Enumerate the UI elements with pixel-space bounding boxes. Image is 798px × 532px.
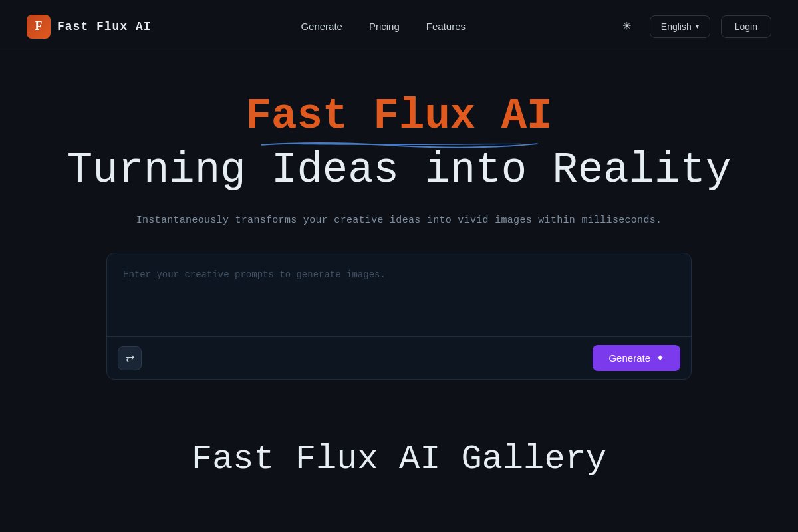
chevron-down-icon: ▾	[696, 23, 699, 30]
hero-title-orange-container: Fast Flux AI	[246, 93, 553, 140]
gallery-section: Fast Flux AI Gallery	[0, 406, 798, 479]
gallery-title: Fast Flux AI Gallery	[0, 440, 798, 479]
nav-links: Generate Pricing Features	[301, 21, 466, 32]
theme-toggle-button[interactable]: ☀	[615, 15, 639, 39]
nav-link-pricing[interactable]: Pricing	[369, 21, 400, 32]
nav-link-generate[interactable]: Generate	[301, 21, 342, 32]
hero-title-orange: Fast Flux AI	[246, 93, 553, 140]
logo-icon: F	[27, 15, 51, 39]
hero-title-white: Turning Ideas into Reality	[67, 145, 732, 196]
prompt-actions: ⇄ Generate ✦	[107, 336, 691, 379]
logo-text: Fast Flux AI	[57, 20, 152, 33]
hero-section: Fast Flux AI Turning Ideas into Reality …	[0, 53, 798, 406]
login-button[interactable]: Login	[721, 15, 771, 38]
sparkle-icon: ✦	[656, 352, 664, 364]
generate-button[interactable]: Generate ✦	[593, 345, 680, 371]
prompt-input[interactable]	[107, 253, 691, 333]
logo[interactable]: F Fast Flux AI	[27, 15, 152, 39]
shuffle-button[interactable]: ⇄	[118, 346, 142, 370]
hero-subtitle: Instantaneously transforms your creative…	[136, 215, 662, 226]
swoosh-decoration	[246, 140, 553, 150]
nav-link-features[interactable]: Features	[426, 21, 466, 32]
shuffle-icon: ⇄	[126, 352, 134, 364]
language-selector[interactable]: English ▾	[650, 15, 710, 38]
prompt-container: ⇄ Generate ✦	[106, 253, 692, 380]
nav-right: ☀ English ▾ Login	[615, 15, 771, 39]
navbar: F Fast Flux AI Generate Pricing Features…	[0, 0, 798, 53]
